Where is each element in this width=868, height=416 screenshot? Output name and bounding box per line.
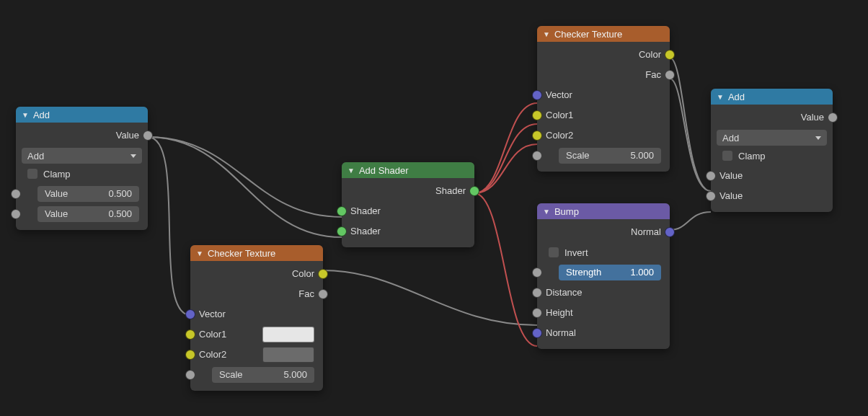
color-swatch[interactable] (262, 327, 314, 342)
socket-color-in[interactable] (185, 350, 195, 360)
socket-height-in[interactable] (532, 308, 542, 318)
chevron-down-icon: ▼ (717, 93, 724, 101)
chevron-down-icon: ▼ (543, 208, 550, 216)
node-header[interactable]: ▼ Add (711, 89, 833, 105)
input-vector[interactable]: Vector (537, 85, 670, 105)
node-title: Checker Texture (554, 29, 622, 40)
node-header[interactable]: ▼ Checker Texture (537, 26, 670, 42)
strength-field[interactable]: Strength 1.000 (559, 265, 661, 280)
operation-dropdown[interactable]: Add (22, 148, 142, 164)
value-field[interactable]: Value 0.500 (37, 186, 139, 202)
output-value[interactable]: Value (16, 125, 148, 146)
input-value-2[interactable]: Value 0.500 (16, 204, 148, 224)
socket-shader-in[interactable] (337, 226, 347, 236)
chevron-down-icon: ▼ (196, 249, 203, 257)
socket-distance-in[interactable] (532, 288, 542, 298)
input-color2[interactable]: Color2 (190, 345, 323, 365)
output-normal[interactable]: Normal (537, 222, 670, 242)
socket-vector-in[interactable] (185, 309, 195, 319)
input-normal[interactable]: Normal (537, 323, 670, 343)
chevron-down-icon: ▼ (543, 30, 550, 38)
scale-field[interactable]: Scale 5.000 (559, 148, 661, 164)
node-header[interactable]: ▼ Checker Texture (190, 245, 323, 261)
socket-color-in[interactable] (532, 130, 542, 141)
input-vector[interactable]: Vector (190, 304, 323, 324)
socket-fac-out[interactable] (665, 70, 675, 80)
checkbox-icon (549, 247, 559, 257)
node-add-math-2[interactable]: ▼ Add Value Add Clamp Value Value (711, 89, 833, 212)
node-add-math-1[interactable]: ▼ Add Value Add Clamp Value 0.500 (16, 107, 148, 230)
input-height[interactable]: Height (537, 303, 670, 323)
input-value-2[interactable]: Value (711, 186, 833, 206)
node-title: Add (33, 110, 50, 120)
socket-value-in[interactable] (706, 171, 716, 181)
checkbox-icon (27, 169, 37, 179)
input-value-1[interactable]: Value 0.500 (16, 184, 148, 204)
socket-fac-out[interactable] (318, 289, 328, 299)
input-scale[interactable]: Scale 5.000 (537, 146, 670, 166)
node-add-shader[interactable]: ▼ Add Shader Shader Shader Shader (342, 162, 474, 247)
clamp-checkbox[interactable]: Clamp (717, 148, 827, 164)
socket-value-out[interactable] (143, 130, 153, 141)
node-checker-texture-2[interactable]: ▼ Checker Texture Color Fac Vector Color… (537, 26, 670, 172)
node-title: Add (728, 92, 745, 102)
input-value-1[interactable]: Value (711, 166, 833, 186)
color-swatch[interactable] (262, 347, 314, 363)
node-bump[interactable]: ▼ Bump Normal Invert Strength 1.000 D (537, 203, 670, 349)
scale-field[interactable]: Scale 5.000 (212, 367, 314, 383)
socket-shader-in[interactable] (337, 206, 347, 216)
socket-value-out[interactable] (828, 112, 838, 123)
clamp-checkbox[interactable]: Clamp (22, 166, 142, 182)
socket-value-in[interactable] (11, 189, 21, 199)
input-shader-2[interactable]: Shader (342, 221, 474, 242)
input-distance[interactable]: Distance (537, 283, 670, 303)
input-color1[interactable]: Color1 (190, 324, 323, 345)
socket-scale-in[interactable] (185, 370, 195, 380)
input-strength[interactable]: Strength 1.000 (537, 262, 670, 283)
output-color[interactable]: Color (190, 264, 323, 284)
node-checker-texture-1[interactable]: ▼ Checker Texture Color Fac Vector Color… (190, 245, 323, 391)
socket-color-in[interactable] (185, 329, 195, 340)
socket-color-in[interactable] (532, 110, 542, 120)
socket-value-in[interactable] (11, 209, 21, 219)
checkbox-icon (722, 151, 732, 161)
input-color2[interactable]: Color2 (537, 125, 670, 146)
chevron-down-icon: ▼ (347, 167, 355, 174)
invert-checkbox[interactable]: Invert (543, 244, 664, 260)
socket-normal-out[interactable] (665, 227, 675, 237)
output-fac[interactable]: Fac (537, 65, 670, 85)
input-color1[interactable]: Color1 (537, 105, 670, 125)
node-header[interactable]: ▼ Bump (537, 203, 670, 219)
socket-value-in[interactable] (706, 191, 716, 201)
operation-dropdown[interactable]: Add (717, 130, 827, 146)
node-header[interactable]: ▼ Add (16, 107, 148, 123)
socket-color-out[interactable] (665, 50, 675, 60)
socket-color-out[interactable] (318, 269, 328, 279)
output-value[interactable]: Value (711, 107, 833, 128)
socket-scale-in[interactable] (532, 151, 542, 161)
node-title: Add Shader (359, 165, 409, 176)
output-color[interactable]: Color (537, 45, 670, 65)
input-scale[interactable]: Scale 5.000 (190, 365, 323, 385)
node-header[interactable]: ▼ Add Shader (342, 162, 474, 178)
socket-strength-in[interactable] (532, 267, 542, 278)
node-title: Bump (554, 206, 579, 217)
input-shader-1[interactable]: Shader (342, 201, 474, 221)
socket-shader-out[interactable] (469, 186, 479, 196)
chevron-down-icon: ▼ (22, 111, 29, 119)
socket-normal-in[interactable] (532, 328, 542, 338)
output-shader[interactable]: Shader (342, 181, 474, 201)
socket-vector-in[interactable] (532, 90, 542, 100)
node-title: Checker Texture (208, 248, 275, 259)
value-field[interactable]: Value 0.500 (37, 206, 139, 222)
output-fac[interactable]: Fac (190, 284, 323, 304)
